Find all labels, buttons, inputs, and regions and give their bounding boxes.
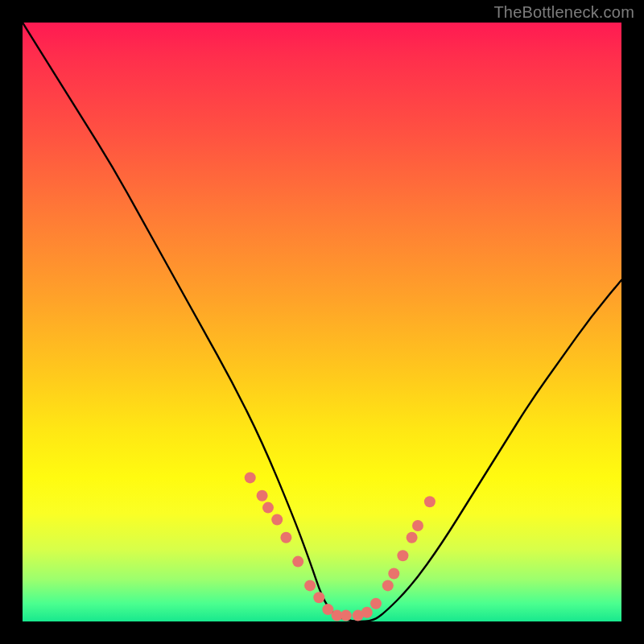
dot-marker bbox=[424, 496, 436, 507]
chart-frame: TheBottleneck.com bbox=[0, 0, 644, 644]
dot-marker bbox=[280, 532, 291, 543]
plot-area bbox=[23, 23, 621, 621]
dot-marker bbox=[313, 592, 324, 603]
dot-marker bbox=[407, 532, 418, 543]
chart-svg bbox=[23, 23, 621, 621]
dot-marker bbox=[292, 556, 303, 568]
watermark-text: TheBottleneck.com bbox=[493, 3, 634, 22]
dot-marker bbox=[245, 472, 256, 483]
bottleneck-curve bbox=[23, 23, 621, 621]
dot-marker bbox=[271, 514, 283, 526]
dot-marker bbox=[341, 610, 352, 621]
dot-marker bbox=[257, 490, 268, 502]
dot-marker bbox=[412, 520, 423, 531]
dot-marker bbox=[370, 598, 382, 609]
dot-markers bbox=[245, 472, 436, 621]
dot-marker bbox=[361, 607, 373, 618]
dot-marker bbox=[262, 502, 274, 514]
dot-marker bbox=[382, 580, 394, 591]
dot-marker bbox=[397, 550, 408, 561]
dot-marker bbox=[304, 580, 316, 591]
dot-marker bbox=[388, 568, 399, 580]
